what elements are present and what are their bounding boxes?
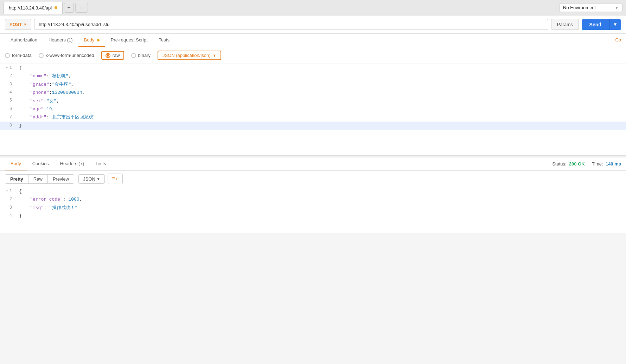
send-button[interactable]: Send — [582, 19, 609, 30]
resp-tab-cookies[interactable]: Cookies — [27, 157, 55, 170]
tab-body[interactable]: Body — [78, 34, 105, 47]
line-number-4: 4 — [0, 89, 18, 97]
code-line-empty — [0, 130, 626, 144]
resp-line-content-3: "msg": "操作成功！" — [18, 204, 626, 212]
method-label: POST — [9, 22, 22, 27]
status-value: 200 OK — [569, 161, 585, 167]
response-tabs: Body Cookies Headers (7) Tests Status: 2… — [0, 157, 626, 171]
chevron-down-icon: ▼ — [615, 6, 619, 10]
resp-line-number-4: 4 — [0, 212, 18, 220]
env-label: No Environment — [563, 5, 596, 10]
request-tabs: Authorization Headers (1) Body Pre-reque… — [0, 34, 626, 47]
chevron-down-icon: ▼ — [97, 177, 100, 181]
binary-option[interactable]: binary — [131, 53, 151, 58]
url-encoded-radio[interactable] — [39, 53, 44, 58]
line-number-2: 2 — [0, 72, 18, 80]
form-data-radio[interactable] — [5, 53, 10, 58]
line-number-6: 6 — [0, 105, 18, 113]
resp-line-number-2: 2 — [0, 195, 18, 203]
tab-url-label: http://118.24.3.40/api — [9, 5, 52, 11]
environment-selector[interactable]: No Environment ▼ — [559, 3, 622, 12]
send-dropdown-button[interactable]: ▼ — [609, 19, 621, 30]
resp-code-line-3: 3 "msg": "操作成功！" — [0, 204, 626, 212]
line-content-5: "sex":"女", — [18, 97, 626, 105]
resp-line-content-4: } — [18, 212, 626, 220]
resp-code-line-1: ▾ 1 { — [0, 187, 626, 195]
line-content-4: "phone":13200000004, — [18, 89, 626, 97]
resp-tab-tests[interactable]: Tests — [90, 157, 111, 170]
json-format-selector[interactable]: JSON (application/json) ▼ — [158, 51, 221, 60]
raw-radio-inner — [107, 54, 109, 57]
url-input[interactable] — [34, 19, 548, 30]
body-dot — [97, 39, 100, 41]
chevron-down-icon: ▼ — [23, 22, 27, 26]
line-content-6: "age":19, — [18, 105, 626, 113]
resp-code-line-2: 2 "error_code": 1000, — [0, 195, 626, 203]
params-button[interactable]: Params — [551, 19, 579, 30]
resp-tab-headers[interactable]: Headers (7) — [55, 157, 90, 170]
tab-bar: http://118.24.3.40/api + ··· No Environm… — [0, 0, 626, 15]
preview-button[interactable]: Preview — [48, 175, 74, 183]
code-line-2: 2 "name":"杨帆帆", — [0, 72, 626, 80]
resp-line-content-2: "error_code": 1000, — [18, 195, 626, 203]
line-content-1: { — [18, 64, 626, 72]
response-format-selector[interactable]: JSON ▼ — [78, 174, 105, 184]
resp-line-number-3: 3 — [0, 204, 18, 212]
line-content-7: "addr":"北京市昌平区回龙观" — [18, 113, 626, 121]
wrap-button[interactable]: ≡ ↵ — [108, 174, 123, 184]
form-data-option[interactable]: form-data — [5, 53, 32, 58]
request-body-editor[interactable]: ▾ 1 { 2 "name":"杨帆帆", 3 "grade":"金牛座", 4… — [0, 64, 626, 155]
resp-collapse-arrow-1[interactable]: ▾ — [6, 188, 8, 195]
raw-button[interactable]: Raw — [28, 175, 48, 183]
pretty-button[interactable]: Pretty — [5, 175, 28, 183]
method-selector[interactable]: POST ▼ — [5, 19, 31, 30]
collapse-arrow-1[interactable]: ▾ — [6, 65, 8, 71]
status-label: Status: 200 OK — [552, 161, 585, 167]
line-content-3: "grade":"金牛座", — [18, 80, 626, 89]
send-button-group: Send ▼ — [582, 19, 621, 30]
tab-right-label: Co — [615, 34, 621, 47]
raw-option[interactable]: raw — [106, 53, 120, 58]
resp-code-line-4: 4 } — [0, 212, 626, 220]
line-number-3: 3 — [0, 80, 18, 89]
code-line-3: 3 "grade":"金牛座", — [0, 80, 626, 89]
tab-prerequest[interactable]: Pre-request Script — [105, 34, 153, 47]
view-button-group: Pretty Raw Preview — [5, 174, 74, 184]
url-encoded-option[interactable]: x-www-form-urlencoded — [39, 53, 94, 58]
resp-line-number-1: ▾ 1 — [0, 187, 18, 195]
tab-tests[interactable]: Tests — [153, 34, 175, 47]
response-status: Status: 200 OK Time: 140 ms — [552, 161, 621, 167]
line-number-7: 7 — [0, 113, 18, 121]
raw-option-box: raw — [101, 51, 124, 60]
response-body-viewer: ▾ 1 { 2 "error_code": 1000, 3 "msg": "操作… — [0, 187, 626, 233]
line-content-8: } — [18, 122, 626, 130]
resp-line-content-1: { — [18, 187, 626, 195]
chevron-down-icon: ▼ — [213, 53, 217, 58]
tab-headers[interactable]: Headers (1) — [43, 34, 78, 47]
tab-authorization[interactable]: Authorization — [5, 34, 43, 47]
active-tab[interactable]: http://118.24.3.40/api — [4, 2, 63, 14]
line-number-1: ▾ 1 — [0, 64, 18, 72]
view-options: Pretty Raw Preview JSON ▼ ≡ ↵ — [0, 171, 626, 187]
line-number-5: 5 — [0, 97, 18, 105]
wrap-icon: ≡ — [111, 176, 115, 182]
tab-dot — [55, 6, 57, 9]
more-tabs-button[interactable]: ··· — [75, 3, 88, 13]
code-line-6: 6 "age":19, — [0, 105, 626, 113]
raw-radio[interactable] — [106, 53, 110, 58]
chevron-down-icon: ▼ — [613, 22, 618, 27]
time-label: Time: 140 ms — [592, 161, 621, 167]
line-number-8: 8 — [0, 122, 18, 130]
code-line-5: 5 "sex":"女", — [0, 97, 626, 105]
resp-tab-body[interactable]: Body — [5, 157, 27, 170]
code-line-8: 8 } — [0, 122, 626, 130]
request-bar: POST ▼ Params Send ▼ — [0, 15, 626, 34]
line-content-2: "name":"杨帆帆", — [18, 72, 626, 80]
code-line-4: 4 "phone":13200000004, — [0, 89, 626, 97]
code-line-7: 7 "addr":"北京市昌平区回龙观" — [0, 113, 626, 121]
code-line-1: ▾ 1 { — [0, 64, 626, 72]
body-options: form-data x-www-form-urlencoded raw bina… — [0, 47, 626, 64]
add-tab-button[interactable]: + — [64, 3, 74, 13]
time-value: 140 ms — [606, 161, 621, 167]
binary-radio[interactable] — [131, 53, 136, 58]
